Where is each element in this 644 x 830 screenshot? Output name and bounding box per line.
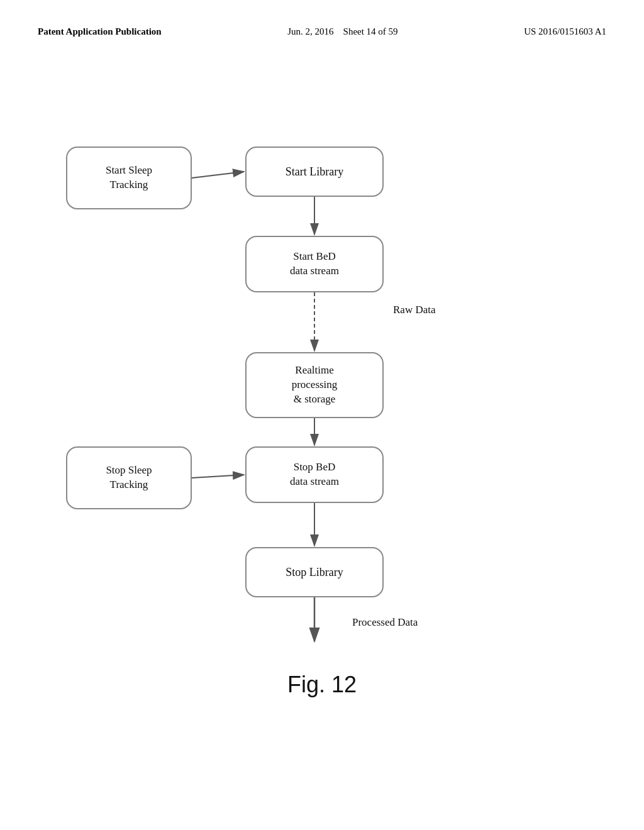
flowchart-diagram: Start Sleep Tracking Start Library Start… — [0, 88, 644, 748]
start-sleep-tracking-box: Start Sleep Tracking — [66, 147, 192, 209]
start-bed-data-stream-box: Start BeD data stream — [245, 236, 384, 292]
stop-sleep-tracking-box: Stop Sleep Tracking — [66, 446, 192, 509]
publication-label: Patent Application Publication — [38, 25, 162, 38]
patent-number: US 2016/0151603 A1 — [524, 25, 606, 38]
sheet-info: Jun. 2, 2016 Sheet 14 of 59 — [287, 25, 397, 38]
page-header: Patent Application Publication Jun. 2, 2… — [0, 0, 644, 38]
svg-line-6 — [192, 475, 244, 478]
sheet-label: Sheet 14 of 59 — [343, 26, 398, 36]
raw-data-label: Raw Data — [393, 304, 436, 316]
realtime-processing-box: Realtime processing & storage — [245, 352, 384, 418]
processed-data-label: Processed Data — [352, 616, 418, 629]
stop-bed-data-stream-box: Stop BeD data stream — [245, 446, 384, 503]
start-library-box: Start Library — [245, 147, 384, 197]
stop-library-box: Stop Library — [245, 547, 384, 597]
figure-caption: Fig. 12 — [0, 672, 644, 698]
svg-line-2 — [192, 172, 244, 178]
date-label: Jun. 2, 2016 — [287, 26, 333, 36]
